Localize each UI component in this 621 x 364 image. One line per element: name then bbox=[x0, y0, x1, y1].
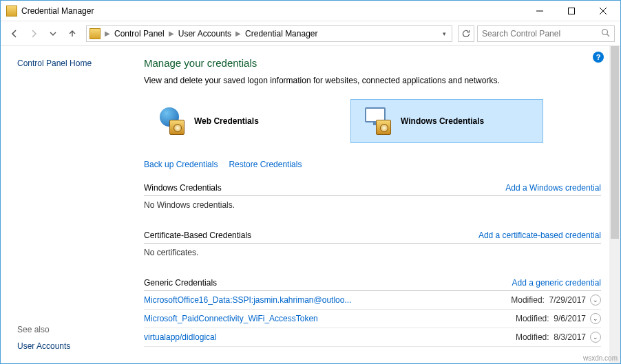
modified-label: Modified: 9/6/2017 bbox=[516, 314, 586, 323]
scrollbar-thumb[interactable] bbox=[611, 46, 619, 239]
nav-bar: ▶ Control Panel ▶ User Accounts ▶ Creden… bbox=[1, 21, 620, 46]
sidebar: Control Panel Home See also User Account… bbox=[1, 46, 138, 363]
recent-locations-button[interactable] bbox=[45, 25, 61, 42]
address-dropdown-icon[interactable]: ▾ bbox=[440, 30, 449, 37]
chevron-right-icon[interactable]: ▶ bbox=[103, 30, 112, 37]
control-panel-home-link[interactable]: Control Panel Home bbox=[17, 58, 130, 68]
see-also-label: See also bbox=[17, 325, 70, 334]
credential-name[interactable]: virtualapp/didlogical bbox=[144, 332, 516, 342]
credential-name[interactable]: MicrosoftOffice16_Data:SSPI:jasmin.kahri… bbox=[144, 295, 511, 305]
watermark: wsxdn.com bbox=[583, 354, 618, 362]
credential-row[interactable]: virtualapp/didlogicalModified: 8/3/2017⌄ bbox=[144, 328, 601, 347]
modified-label: Modified: 7/29/2017 bbox=[511, 295, 586, 305]
chevron-down-icon[interactable]: ⌄ bbox=[590, 332, 601, 343]
back-button[interactable] bbox=[6, 25, 23, 42]
page-title: Manage your credentials bbox=[144, 57, 601, 69]
search-input[interactable] bbox=[482, 29, 601, 39]
title-bar: Credential Manager bbox=[1, 1, 620, 21]
page-description: View and delete your saved logon informa… bbox=[144, 76, 601, 85]
add-certificate-credential-link[interactable]: Add a certificate-based credential bbox=[478, 231, 601, 240]
windows-credentials-tab[interactable]: Windows Credentials bbox=[350, 99, 543, 143]
modified-label: Modified: 8/3/2017 bbox=[516, 332, 586, 342]
control-panel-icon bbox=[90, 28, 101, 39]
refresh-button[interactable] bbox=[458, 25, 474, 42]
backup-credentials-link[interactable]: Back up Credentials bbox=[144, 160, 218, 169]
forward-button[interactable] bbox=[25, 25, 42, 42]
certificate-credentials-section: Certificate-Based Credentials Add a cert… bbox=[144, 228, 601, 267]
svg-point-4 bbox=[602, 29, 608, 34]
breadcrumb-level2[interactable]: Credential Manager bbox=[242, 29, 320, 39]
add-generic-credential-link[interactable]: Add a generic credential bbox=[512, 278, 601, 288]
breadcrumb-level1[interactable]: User Accounts bbox=[176, 29, 234, 39]
svg-line-5 bbox=[607, 34, 610, 36]
chevron-right-icon[interactable]: ▶ bbox=[234, 30, 242, 37]
close-button[interactable] bbox=[587, 1, 619, 21]
restore-credentials-link[interactable]: Restore Credentials bbox=[229, 160, 302, 169]
web-credentials-tab[interactable]: Web Credentials bbox=[144, 99, 337, 143]
chevron-down-icon[interactable]: ⌄ bbox=[590, 313, 601, 324]
user-accounts-link[interactable]: User Accounts bbox=[17, 341, 70, 351]
add-windows-credential-link[interactable]: Add a Windows credential bbox=[505, 183, 601, 193]
credential-row[interactable]: Microsoft_PaidConnectivity_WiFi_AccessTo… bbox=[144, 310, 601, 328]
vertical-scrollbar[interactable] bbox=[609, 46, 620, 363]
chevron-right-icon[interactable]: ▶ bbox=[167, 30, 176, 37]
web-credentials-icon bbox=[157, 107, 185, 135]
section-empty-text: No Windows credentials. bbox=[144, 196, 601, 220]
generic-credentials-section: Generic Credentials Add a generic creden… bbox=[144, 275, 601, 347]
chevron-down-icon[interactable]: ⌄ bbox=[590, 295, 601, 306]
credential-name[interactable]: Microsoft_PaidConnectivity_WiFi_AccessTo… bbox=[144, 314, 516, 323]
windows-credentials-icon bbox=[364, 107, 391, 135]
section-title: Generic Credentials bbox=[144, 278, 217, 288]
section-title: Windows Credentials bbox=[144, 183, 222, 193]
section-empty-text: No certificates. bbox=[144, 244, 601, 267]
search-box[interactable] bbox=[477, 25, 615, 42]
section-title: Certificate-Based Credentials bbox=[144, 231, 251, 240]
app-icon bbox=[6, 6, 17, 17]
breadcrumb-root[interactable]: Control Panel bbox=[112, 29, 167, 39]
web-credentials-label: Web Credentials bbox=[194, 116, 259, 126]
address-bar[interactable]: ▶ Control Panel ▶ User Accounts ▶ Creden… bbox=[86, 25, 452, 42]
svg-rect-1 bbox=[569, 8, 575, 14]
window-title: Credential Manager bbox=[21, 6, 524, 16]
credential-row[interactable]: MicrosoftOffice16_Data:SSPI:jasmin.kahri… bbox=[144, 291, 601, 310]
main-content: Manage your credentials View and delete … bbox=[138, 46, 620, 363]
help-icon[interactable]: ? bbox=[593, 52, 604, 63]
search-icon[interactable] bbox=[601, 28, 610, 39]
windows-credentials-section: Windows Credentials Add a Windows creden… bbox=[144, 180, 601, 220]
maximize-button[interactable] bbox=[556, 1, 587, 21]
windows-credentials-label: Windows Credentials bbox=[401, 116, 484, 126]
minimize-button[interactable] bbox=[524, 1, 556, 21]
up-button[interactable] bbox=[64, 25, 81, 42]
